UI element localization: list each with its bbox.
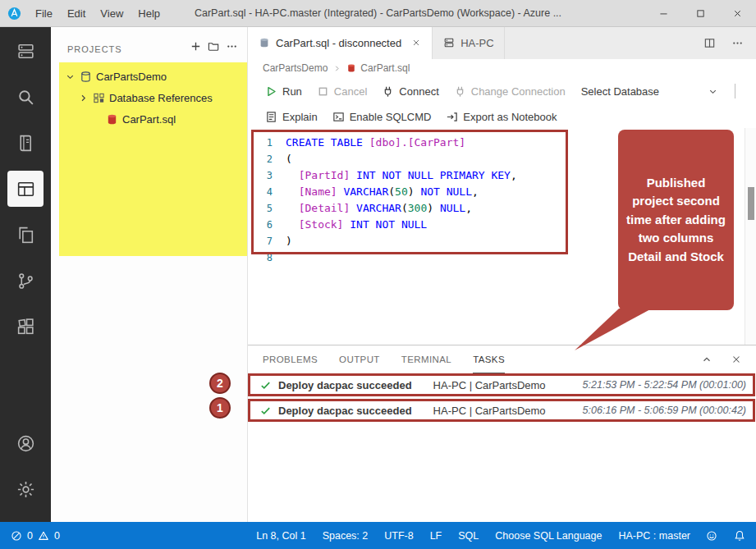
menu-bar: FileEditViewHelp — [28, 7, 167, 20]
task-row[interactable]: Deploy dacpac succeededHA-PC | CarPartsD… — [248, 373, 755, 396]
open-folder-icon[interactable] — [204, 38, 222, 54]
more-actions-icon[interactable] — [222, 38, 241, 54]
tree-label: CarPartsDemo — [96, 71, 167, 83]
tab-label: CarPart.sql - disconnected — [276, 37, 401, 49]
toolbar-separator — [735, 84, 735, 98]
tab-ha-pc[interactable]: HA-PC — [433, 26, 504, 59]
error-count: 0 — [27, 530, 33, 542]
tree-item-carpart-sql[interactable]: CarPart.sql — [59, 108, 247, 130]
task-status: Deploy dacpac succeeded — [278, 405, 412, 417]
activity-search[interactable] — [7, 79, 44, 115]
collapse-panel-icon[interactable] — [700, 353, 713, 366]
notifications-bell-icon[interactable] — [733, 529, 746, 542]
tab-label: HA-PC — [460, 37, 493, 49]
breadcrumb-project[interactable]: CarPartsDemo — [263, 62, 328, 74]
panel-tab-terminal[interactable]: TERMINAL — [401, 345, 451, 373]
tree-item-carpartsdemo[interactable]: CarPartsDemo — [59, 66, 247, 87]
source-control-icon — [16, 271, 36, 291]
run-icon — [265, 85, 277, 98]
line-number: 4 — [248, 184, 273, 200]
code-lines: 1CREATE TABLE [dbo].[CarPart]2(3 [PartId… — [248, 135, 756, 266]
activity-bar — [0, 26, 51, 522]
more-editor-actions-icon[interactable] — [730, 35, 745, 50]
activity-explorer[interactable] — [7, 217, 44, 253]
select-database-dropdown[interactable]: Select Database — [573, 80, 726, 102]
explain-icon — [265, 111, 277, 123]
problems-status[interactable]: 0 0 — [10, 529, 60, 542]
breadcrumb-file[interactable]: CarPart.sql — [360, 62, 410, 74]
code-token: [Detail] — [299, 202, 351, 214]
code-token: NOT NULL — [420, 185, 472, 198]
tree-label: CarPart.sql — [122, 113, 176, 126]
button-label: Explain — [282, 111, 318, 123]
notebooks-icon — [16, 133, 36, 153]
db-gray-icon — [258, 37, 270, 49]
status-ln-8-col-1[interactable]: Ln 8, Col 1 — [256, 530, 305, 542]
code-token — [363, 136, 369, 149]
activity-extensions[interactable] — [7, 309, 44, 345]
code-text: [Name] VARCHAR(50) NOT NULL, — [286, 184, 479, 200]
close-button[interactable] — [719, 1, 756, 26]
menu-edit[interactable]: Edit — [60, 7, 93, 20]
activity-connections[interactable] — [7, 33, 44, 69]
code-text: CREATE TABLE [dbo].[CarPart] — [286, 135, 465, 151]
connect-button[interactable]: Connect — [374, 80, 446, 102]
line-number: 5 — [248, 200, 273, 217]
task-time: 5:21:53 PM - 5:22:54 PM (00:01:00) — [583, 379, 746, 391]
export-as-notebook-button[interactable]: Export as Notebook — [438, 106, 564, 127]
menu-view[interactable]: View — [93, 7, 131, 20]
menu-file[interactable]: File — [28, 7, 60, 20]
app-window: FileEditViewHelp CarPart.sql - HA-PC.mas… — [0, 0, 756, 549]
tab-actions — [702, 26, 756, 59]
tree-indent — [90, 113, 102, 125]
activity-projects[interactable] — [7, 171, 44, 207]
enable-sqlcmd-button[interactable]: Enable SQLCMD — [325, 106, 439, 127]
feedback-icon[interactable] — [705, 529, 718, 542]
code-token — [286, 169, 299, 181]
status-choose-sql-language[interactable]: Choose SQL Language — [495, 530, 602, 542]
menu-help[interactable]: Help — [131, 7, 167, 20]
activity-source-control[interactable] — [7, 263, 44, 299]
scrollbar-thumb[interactable] — [748, 187, 754, 220]
status-sql[interactable]: SQL — [458, 530, 479, 542]
code-token: 50 — [395, 185, 408, 198]
code-token: , — [511, 169, 517, 181]
run-button[interactable]: Run — [258, 80, 309, 102]
code-token — [350, 202, 356, 214]
status-items: Ln 8, Col 1Spaces: 2UTF-8LFSQLChoose SQL… — [256, 530, 690, 542]
panel-tab-tasks[interactable]: TASKS — [473, 345, 505, 373]
status-ha-pc-master[interactable]: HA-PC : master — [618, 530, 690, 542]
status-lf[interactable]: LF — [430, 530, 442, 542]
code-token — [286, 185, 299, 198]
maximize-button[interactable] — [682, 1, 719, 26]
close-panel-icon[interactable] — [730, 353, 743, 366]
code-editor[interactable]: 1CREATE TABLE [dbo].[CarPart]2(3 [PartId… — [248, 128, 756, 345]
editor-area: CarPart.sql - disconnectedHA-PC CarParts… — [248, 26, 756, 522]
close-tab-icon[interactable] — [410, 37, 422, 49]
editor-tab-bar: CarPart.sql - disconnectedHA-PC — [248, 26, 756, 59]
minimize-button[interactable] — [645, 1, 682, 26]
tab-carpart-sql-disconnected[interactable]: CarPart.sql - disconnected — [248, 26, 433, 59]
status-spaces-2[interactable]: Spaces: 2 — [323, 530, 369, 542]
explain-button[interactable]: Explain — [258, 106, 325, 127]
projects-icon — [16, 179, 36, 199]
activity-account[interactable] — [7, 425, 44, 461]
split-editor-icon[interactable] — [702, 35, 717, 50]
chevron-down-icon — [64, 71, 76, 82]
panel-tab-problems[interactable]: PROBLEMS — [263, 345, 318, 373]
status-utf-8[interactable]: UTF-8 — [384, 530, 413, 542]
task-row[interactable]: Deploy dacpac succeededHA-PC | CarPartsD… — [248, 399, 755, 422]
code-text: [Detail] VARCHAR(300) NULL, — [286, 200, 472, 217]
code-line: 7) — [248, 233, 756, 249]
settings-icon — [16, 479, 36, 500]
enable-sqlcmd-icon — [332, 111, 345, 123]
task-target: HA-PC | CarPartsDemo — [433, 379, 546, 391]
activity-settings[interactable] — [7, 471, 44, 507]
activity-notebooks[interactable] — [7, 125, 44, 161]
panel-tab-output[interactable]: OUTPUT — [339, 345, 380, 373]
panel-tab-bar: PROBLEMSOUTPUTTERMINALTASKS — [248, 345, 756, 373]
editor-scrollbar[interactable] — [745, 128, 756, 345]
new-project-icon[interactable] — [186, 38, 204, 54]
task-time: 5:06:16 PM - 5:06:59 PM (00:00:42) — [583, 405, 746, 416]
tree-item-database-references[interactable]: Database References — [59, 87, 247, 108]
